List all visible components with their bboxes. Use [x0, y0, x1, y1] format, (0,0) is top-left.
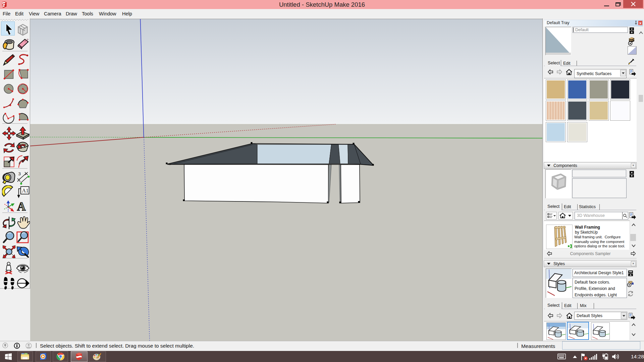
- svg-text:Pink: Pink: [24, 38, 30, 43]
- svg-text:A: A: [17, 200, 26, 213]
- svg-text:3: 3: [18, 171, 21, 176]
- svg-text:A1: A1: [22, 188, 29, 193]
